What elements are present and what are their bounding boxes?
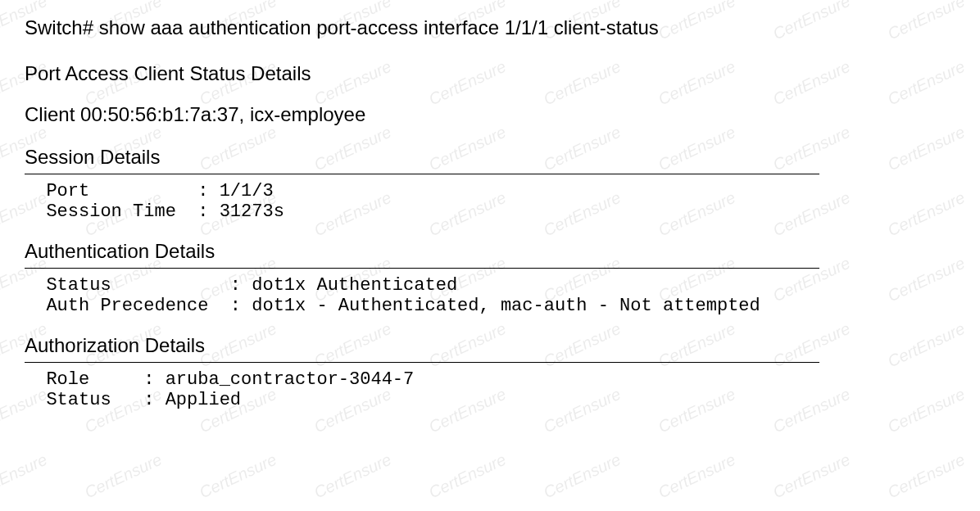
cli-command: Switch# show aaa authentication port-acc…	[25, 16, 955, 39]
session-rows: Port : 1/1/3 Session Time : 31273s	[25, 181, 955, 222]
watermark: CertEnsure	[541, 450, 624, 503]
authorization-rows: Role : aruba_contractor-3044-7 Status : …	[25, 369, 955, 410]
session-details-block: Session Details Port : 1/1/3 Session Tim…	[25, 146, 955, 222]
watermark: CertEnsure	[885, 450, 968, 503]
page-title: Port Access Client Status Details	[25, 62, 955, 85]
authentication-details-block: Authentication Details Status : dot1x Au…	[25, 240, 955, 316]
session-title: Session Details	[25, 146, 955, 169]
authentication-title: Authentication Details	[25, 240, 955, 263]
authentication-rows: Status : dot1x Authenticated Auth Preced…	[25, 275, 955, 316]
watermark: CertEnsure	[82, 450, 165, 503]
divider	[25, 174, 819, 174]
divider	[25, 268, 819, 269]
divider	[25, 362, 819, 363]
watermark: CertEnsure	[656, 450, 738, 503]
authorization-details-block: Authorization Details Role : aruba_contr…	[25, 334, 955, 410]
client-identity: Client 00:50:56:b1:7a:37, icx-employee	[25, 103, 955, 126]
watermark: CertEnsure	[426, 450, 509, 503]
watermark: CertEnsure	[311, 450, 394, 503]
watermark: CertEnsure	[0, 450, 50, 503]
authorization-title: Authorization Details	[25, 334, 955, 357]
watermark: CertEnsure	[770, 450, 853, 503]
watermark: CertEnsure	[197, 450, 279, 503]
